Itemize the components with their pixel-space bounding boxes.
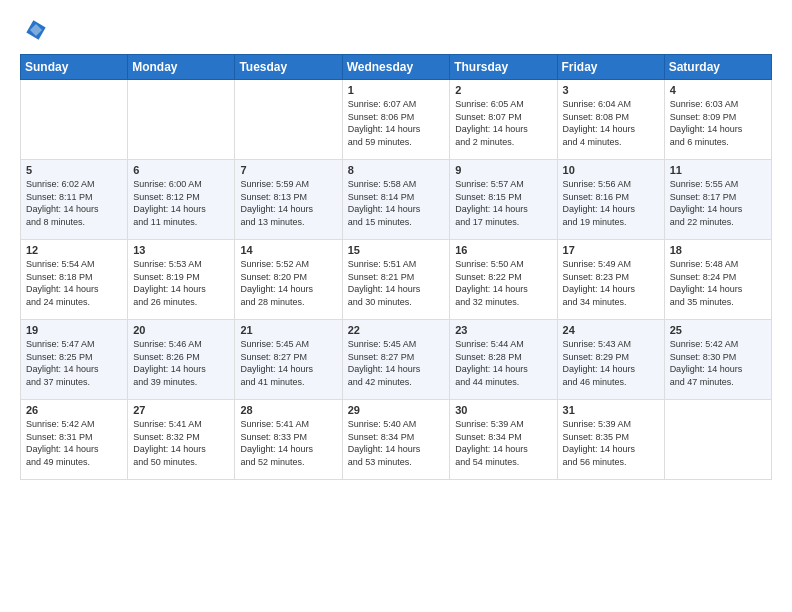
day-info: Sunrise: 5:39 AM Sunset: 8:35 PM Dayligh… [563, 418, 659, 468]
day-info: Sunrise: 5:57 AM Sunset: 8:15 PM Dayligh… [455, 178, 551, 228]
week-row-5: 26Sunrise: 5:42 AM Sunset: 8:31 PM Dayli… [21, 400, 772, 480]
day-number: 10 [563, 164, 659, 176]
calendar-cell: 8Sunrise: 5:58 AM Sunset: 8:14 PM Daylig… [342, 160, 450, 240]
day-number: 8 [348, 164, 445, 176]
day-number: 15 [348, 244, 445, 256]
day-info: Sunrise: 5:48 AM Sunset: 8:24 PM Dayligh… [670, 258, 766, 308]
day-info: Sunrise: 5:45 AM Sunset: 8:27 PM Dayligh… [240, 338, 336, 388]
day-number: 12 [26, 244, 122, 256]
week-row-2: 5Sunrise: 6:02 AM Sunset: 8:11 PM Daylig… [21, 160, 772, 240]
calendar-cell: 3Sunrise: 6:04 AM Sunset: 8:08 PM Daylig… [557, 80, 664, 160]
day-number: 17 [563, 244, 659, 256]
day-number: 30 [455, 404, 551, 416]
day-info: Sunrise: 6:03 AM Sunset: 8:09 PM Dayligh… [670, 98, 766, 148]
day-number: 31 [563, 404, 659, 416]
calendar-cell: 25Sunrise: 5:42 AM Sunset: 8:30 PM Dayli… [664, 320, 771, 400]
day-info: Sunrise: 5:55 AM Sunset: 8:17 PM Dayligh… [670, 178, 766, 228]
logo-icon [22, 16, 50, 44]
calendar-cell: 26Sunrise: 5:42 AM Sunset: 8:31 PM Dayli… [21, 400, 128, 480]
day-number: 29 [348, 404, 445, 416]
day-info: Sunrise: 5:40 AM Sunset: 8:34 PM Dayligh… [348, 418, 445, 468]
day-number: 4 [670, 84, 766, 96]
day-number: 20 [133, 324, 229, 336]
day-number: 22 [348, 324, 445, 336]
calendar-cell [128, 80, 235, 160]
calendar-cell: 1Sunrise: 6:07 AM Sunset: 8:06 PM Daylig… [342, 80, 450, 160]
calendar-cell: 24Sunrise: 5:43 AM Sunset: 8:29 PM Dayli… [557, 320, 664, 400]
day-number: 2 [455, 84, 551, 96]
day-info: Sunrise: 5:54 AM Sunset: 8:18 PM Dayligh… [26, 258, 122, 308]
calendar-cell: 22Sunrise: 5:45 AM Sunset: 8:27 PM Dayli… [342, 320, 450, 400]
day-info: Sunrise: 6:02 AM Sunset: 8:11 PM Dayligh… [26, 178, 122, 228]
calendar-cell [664, 400, 771, 480]
day-info: Sunrise: 5:42 AM Sunset: 8:30 PM Dayligh… [670, 338, 766, 388]
day-info: Sunrise: 5:47 AM Sunset: 8:25 PM Dayligh… [26, 338, 122, 388]
day-number: 11 [670, 164, 766, 176]
calendar-table: SundayMondayTuesdayWednesdayThursdayFrid… [20, 54, 772, 480]
day-info: Sunrise: 6:07 AM Sunset: 8:06 PM Dayligh… [348, 98, 445, 148]
weekday-header-row: SundayMondayTuesdayWednesdayThursdayFrid… [21, 55, 772, 80]
day-number: 28 [240, 404, 336, 416]
calendar-cell: 19Sunrise: 5:47 AM Sunset: 8:25 PM Dayli… [21, 320, 128, 400]
calendar-cell [21, 80, 128, 160]
day-info: Sunrise: 5:41 AM Sunset: 8:33 PM Dayligh… [240, 418, 336, 468]
day-info: Sunrise: 5:41 AM Sunset: 8:32 PM Dayligh… [133, 418, 229, 468]
day-number: 26 [26, 404, 122, 416]
calendar-cell: 31Sunrise: 5:39 AM Sunset: 8:35 PM Dayli… [557, 400, 664, 480]
day-number: 19 [26, 324, 122, 336]
calendar-cell: 21Sunrise: 5:45 AM Sunset: 8:27 PM Dayli… [235, 320, 342, 400]
day-info: Sunrise: 5:50 AM Sunset: 8:22 PM Dayligh… [455, 258, 551, 308]
calendar-cell: 20Sunrise: 5:46 AM Sunset: 8:26 PM Dayli… [128, 320, 235, 400]
day-number: 9 [455, 164, 551, 176]
day-number: 6 [133, 164, 229, 176]
calendar-cell: 18Sunrise: 5:48 AM Sunset: 8:24 PM Dayli… [664, 240, 771, 320]
day-number: 18 [670, 244, 766, 256]
day-info: Sunrise: 6:05 AM Sunset: 8:07 PM Dayligh… [455, 98, 551, 148]
day-number: 7 [240, 164, 336, 176]
weekday-header-thursday: Thursday [450, 55, 557, 80]
calendar-cell: 29Sunrise: 5:40 AM Sunset: 8:34 PM Dayli… [342, 400, 450, 480]
day-info: Sunrise: 6:04 AM Sunset: 8:08 PM Dayligh… [563, 98, 659, 148]
weekday-header-saturday: Saturday [664, 55, 771, 80]
day-info: Sunrise: 5:52 AM Sunset: 8:20 PM Dayligh… [240, 258, 336, 308]
calendar-cell: 7Sunrise: 5:59 AM Sunset: 8:13 PM Daylig… [235, 160, 342, 240]
weekday-header-wednesday: Wednesday [342, 55, 450, 80]
day-info: Sunrise: 5:49 AM Sunset: 8:23 PM Dayligh… [563, 258, 659, 308]
calendar-cell: 2Sunrise: 6:05 AM Sunset: 8:07 PM Daylig… [450, 80, 557, 160]
calendar-cell: 13Sunrise: 5:53 AM Sunset: 8:19 PM Dayli… [128, 240, 235, 320]
calendar-cell: 30Sunrise: 5:39 AM Sunset: 8:34 PM Dayli… [450, 400, 557, 480]
day-number: 14 [240, 244, 336, 256]
calendar-cell: 27Sunrise: 5:41 AM Sunset: 8:32 PM Dayli… [128, 400, 235, 480]
weekday-header-sunday: Sunday [21, 55, 128, 80]
day-info: Sunrise: 6:00 AM Sunset: 8:12 PM Dayligh… [133, 178, 229, 228]
day-info: Sunrise: 5:46 AM Sunset: 8:26 PM Dayligh… [133, 338, 229, 388]
day-number: 5 [26, 164, 122, 176]
weekday-header-friday: Friday [557, 55, 664, 80]
calendar-cell: 28Sunrise: 5:41 AM Sunset: 8:33 PM Dayli… [235, 400, 342, 480]
calendar-cell: 5Sunrise: 6:02 AM Sunset: 8:11 PM Daylig… [21, 160, 128, 240]
calendar-cell: 11Sunrise: 5:55 AM Sunset: 8:17 PM Dayli… [664, 160, 771, 240]
calendar-cell: 16Sunrise: 5:50 AM Sunset: 8:22 PM Dayli… [450, 240, 557, 320]
calendar-cell: 14Sunrise: 5:52 AM Sunset: 8:20 PM Dayli… [235, 240, 342, 320]
day-info: Sunrise: 5:56 AM Sunset: 8:16 PM Dayligh… [563, 178, 659, 228]
day-number: 21 [240, 324, 336, 336]
day-number: 24 [563, 324, 659, 336]
calendar-cell: 15Sunrise: 5:51 AM Sunset: 8:21 PM Dayli… [342, 240, 450, 320]
day-number: 13 [133, 244, 229, 256]
page: SundayMondayTuesdayWednesdayThursdayFrid… [0, 0, 792, 612]
day-info: Sunrise: 5:59 AM Sunset: 8:13 PM Dayligh… [240, 178, 336, 228]
day-info: Sunrise: 5:58 AM Sunset: 8:14 PM Dayligh… [348, 178, 445, 228]
day-number: 27 [133, 404, 229, 416]
day-info: Sunrise: 5:43 AM Sunset: 8:29 PM Dayligh… [563, 338, 659, 388]
day-info: Sunrise: 5:45 AM Sunset: 8:27 PM Dayligh… [348, 338, 445, 388]
calendar-cell: 6Sunrise: 6:00 AM Sunset: 8:12 PM Daylig… [128, 160, 235, 240]
calendar-cell: 9Sunrise: 5:57 AM Sunset: 8:15 PM Daylig… [450, 160, 557, 240]
day-number: 16 [455, 244, 551, 256]
week-row-1: 1Sunrise: 6:07 AM Sunset: 8:06 PM Daylig… [21, 80, 772, 160]
calendar-cell: 17Sunrise: 5:49 AM Sunset: 8:23 PM Dayli… [557, 240, 664, 320]
calendar-cell [235, 80, 342, 160]
weekday-header-monday: Monday [128, 55, 235, 80]
day-number: 1 [348, 84, 445, 96]
header [20, 16, 772, 44]
week-row-4: 19Sunrise: 5:47 AM Sunset: 8:25 PM Dayli… [21, 320, 772, 400]
